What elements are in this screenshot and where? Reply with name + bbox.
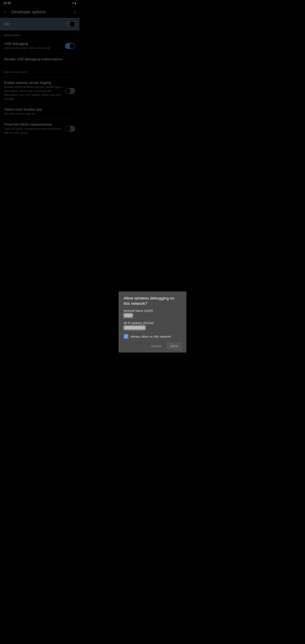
dialog-overlay: Allow wireless debugging on this network…: [0, 0, 80, 161]
